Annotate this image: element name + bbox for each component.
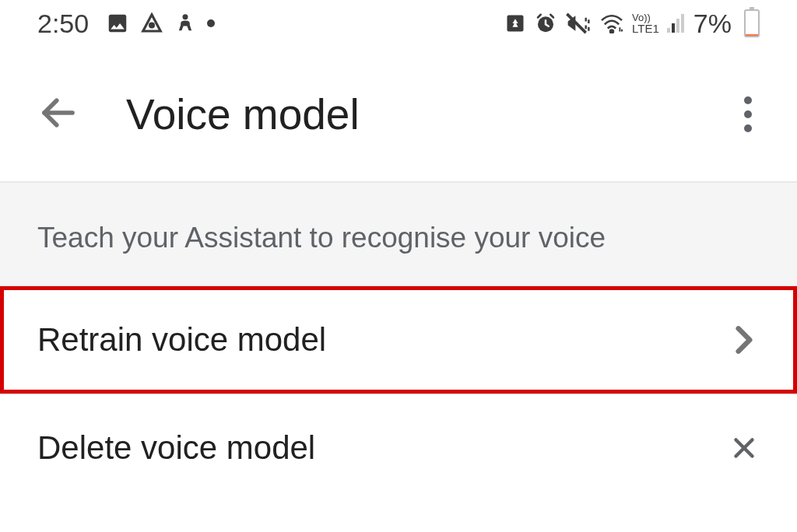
close-icon [729,434,760,462]
retrain-voice-model-item[interactable]: Retrain voice model [0,286,797,394]
arrow-left-icon [37,92,79,134]
accessibility-icon [174,12,196,34]
status-right-group: Vo)) LTE1 7% [504,9,760,39]
list-item-label: Retrain voice model [37,321,326,359]
section-header-text: Teach your Assistant to recognise your v… [37,222,760,254]
status-left-group: 2:50 [37,9,215,39]
alarm-icon [534,12,557,35]
recycle-box-icon [504,12,526,34]
svg-point-5 [610,30,613,33]
signal-strength-icon [667,14,684,33]
network-type-label: Vo)) LTE1 [632,12,659,34]
battery-percent: 7% [693,9,732,39]
dot-icon [744,124,752,132]
status-bar: 2:50 Vo)) LTE1 [0,0,797,47]
vibrate-mute-icon [565,12,592,35]
app-bar: Voice model [0,47,797,183]
notification-dot-icon [207,19,215,27]
dot-icon [744,96,752,104]
overflow-menu-button[interactable] [736,89,760,140]
image-icon [106,12,129,35]
back-button[interactable] [37,92,79,137]
list-item-label: Delete voice model [37,429,315,467]
triangle-alert-icon [140,12,163,35]
svg-point-1 [183,14,188,19]
delete-voice-model-item[interactable]: Delete voice model [0,394,797,502]
status-time: 2:50 [37,9,89,39]
chevron-right-icon [729,323,760,357]
wifi-icon [599,13,624,33]
section-header: Teach your Assistant to recognise your v… [0,183,797,286]
svg-point-0 [150,23,154,27]
page-title: Voice model [126,89,690,139]
dot-icon [744,110,752,118]
battery-icon [744,9,760,37]
